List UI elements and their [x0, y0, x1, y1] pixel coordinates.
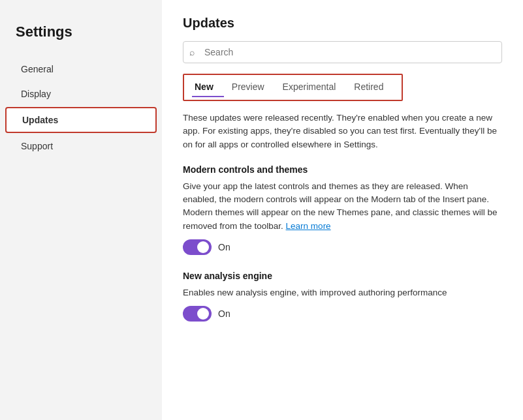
- tab-preview[interactable]: Preview: [229, 79, 275, 97]
- sidebar-item-label: Support: [21, 141, 53, 151]
- toggle-row-new-analysis: On: [183, 306, 502, 322]
- search-input[interactable]: [183, 41, 502, 63]
- toggle-slider-modern-controls: [183, 239, 212, 255]
- feature-title-new-analysis: New analysis engine: [183, 271, 502, 281]
- search-container: ⌕: [183, 41, 502, 63]
- feature-desc-modern-controls: Give your app the latest controls and th…: [183, 180, 502, 233]
- toggle-label-new-analysis: On: [218, 308, 230, 319]
- toggle-label-modern-controls: On: [218, 242, 230, 252]
- app-title: Settings: [0, 13, 162, 56]
- tab-retired[interactable]: Retired: [351, 79, 394, 97]
- tabs-container: New Preview Experimental Retired: [183, 74, 403, 101]
- toggle-modern-controls[interactable]: [183, 239, 212, 255]
- sidebar-item-display[interactable]: Display: [5, 82, 157, 106]
- toggle-row-modern-controls: On: [183, 239, 502, 255]
- page-title: Updates: [183, 16, 502, 31]
- feature-desc-new-analysis: Enables new analysis engine, with improv…: [183, 286, 502, 299]
- feature-modern-controls: Modern controls and themes Give your app…: [183, 164, 502, 255]
- sidebar-item-label: Updates: [22, 115, 58, 125]
- toggle-slider-new-analysis: [183, 306, 212, 322]
- feature-title-modern-controls: Modern controls and themes: [183, 164, 502, 175]
- search-icon: ⌕: [189, 47, 195, 57]
- sidebar: Settings General Display Updates Support: [0, 0, 162, 420]
- sidebar-item-support[interactable]: Support: [5, 134, 157, 158]
- sidebar-item-label: Display: [21, 89, 51, 99]
- main-content: Updates ⌕ New Preview Experimental Retir…: [162, 0, 523, 420]
- feature-new-analysis: New analysis engine Enables new analysis…: [183, 271, 502, 322]
- toggle-new-analysis[interactable]: [183, 306, 212, 322]
- learn-more-link-modern-controls[interactable]: Learn more: [286, 221, 331, 231]
- updates-description: These updates were released recently. Th…: [183, 112, 502, 151]
- sidebar-item-general[interactable]: General: [5, 57, 157, 81]
- tab-experimental[interactable]: Experimental: [280, 79, 347, 97]
- sidebar-item-updates[interactable]: Updates: [5, 107, 157, 133]
- sidebar-item-label: General: [21, 64, 54, 74]
- tab-new[interactable]: New: [192, 79, 224, 97]
